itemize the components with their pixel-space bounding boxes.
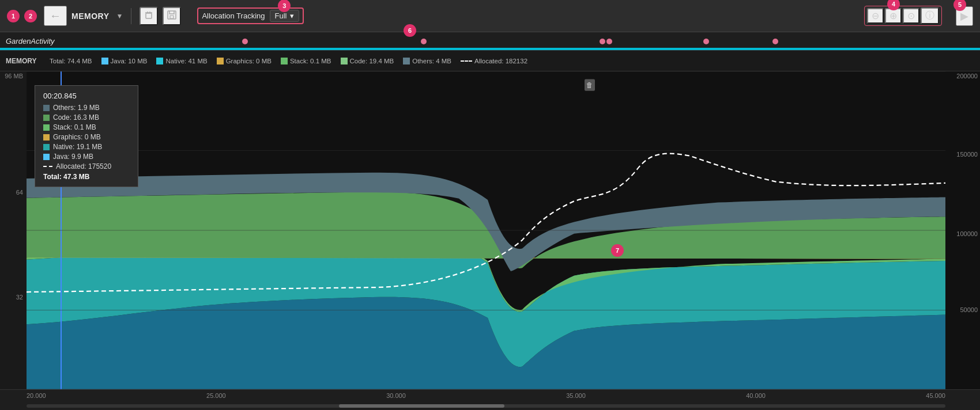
delete-button[interactable]	[140, 7, 158, 25]
java-swatch	[101, 58, 108, 64]
event-dot-3	[703, 39, 709, 44]
right-controls-box: ⊖ ⊕ ⊙ ⓘ	[864, 6, 942, 26]
legend-java: Java: 10 MB	[101, 58, 148, 64]
memory-dropdown-arrow[interactable]: ▼	[116, 12, 123, 20]
legend-stack: Stack: 0.1 MB	[281, 58, 331, 64]
legend-code-label: Code: 19.4 MB	[350, 58, 394, 64]
allocation-tracking-label: Allocation Tracking	[202, 12, 265, 20]
callout-7: 7	[611, 244, 624, 257]
tooltip-total: Total: 47.3 MB	[43, 173, 130, 181]
info-button[interactable]: ⓘ	[921, 7, 939, 24]
tooltip-allocated-dash	[43, 166, 52, 167]
tooltip-code-label: Code: 16.3 MB	[53, 113, 99, 122]
legend-java-label: Java: 10 MB	[111, 58, 148, 64]
others-swatch	[403, 58, 410, 64]
y-label-64: 64	[16, 189, 23, 196]
y-right-100k: 100000	[956, 230, 978, 237]
tooltip-java: Java: 9.9 MB	[43, 153, 130, 161]
tooltip-allocated: Allocated: 175520	[43, 162, 130, 170]
svg-rect-4	[168, 11, 176, 19]
tooltip-native: Native: 19.1 MB	[43, 143, 130, 151]
tooltip-graphics-label: Graphics: 0 MB	[53, 133, 101, 141]
activity-timeline-bar	[0, 48, 980, 50]
timeline-label-35: 35.000	[566, 392, 586, 399]
legend-graphics-label: Graphics: 0 MB	[226, 58, 272, 64]
legend-graphics: Graphics: 0 MB	[217, 58, 272, 64]
tooltip-native-swatch	[43, 144, 50, 150]
record-button[interactable]: ⊙	[903, 8, 919, 24]
separator	[131, 8, 131, 24]
y-label-32: 32	[16, 294, 23, 301]
stack-swatch	[281, 58, 288, 64]
svg-rect-5	[170, 16, 174, 18]
timeline-label-45: 45.000	[926, 392, 945, 399]
scrollbar-track	[27, 404, 945, 408]
scrollbar-thumb[interactable]	[339, 404, 504, 408]
toolbar: 1 2 ← MEMORY ▼ 3 Allocation Tracking Ful…	[0, 0, 980, 32]
legend-code: Code: 19.4 MB	[341, 58, 394, 64]
toolbar-title: MEMORY	[71, 12, 109, 21]
tooltip: 00:20.845 Others: 1.9 MB Code: 16.3 MB S…	[35, 85, 138, 187]
y-axis: 96 MB 64 32	[0, 71, 27, 389]
svg-text:🗑: 🗑	[586, 81, 593, 89]
save-icon	[167, 10, 176, 20]
tooltip-stack-label: Stack: 0.1 MB	[53, 123, 96, 131]
tooltip-java-swatch	[43, 154, 50, 160]
chart-area: 96 MB 64 32 200000 150000 100000 50000 🗑	[0, 71, 980, 389]
y-right-150k: 150000	[956, 151, 978, 158]
memory-label: MEMORY	[6, 57, 40, 65]
tooltip-code-swatch	[43, 115, 50, 121]
timeline-label-40: 40.000	[746, 392, 766, 399]
timeline-label-20: 20.000	[27, 392, 46, 399]
callout-2: 2	[24, 10, 37, 22]
callout-5: 5	[953, 0, 966, 11]
legend-total: Total: 74.4 MB	[50, 58, 92, 64]
full-dropdown-label: Full	[275, 12, 287, 20]
code-swatch	[341, 58, 348, 64]
timeline-label-25: 25.000	[206, 392, 226, 399]
callout-1: 1	[7, 10, 20, 22]
y-label-96: 96 MB	[5, 73, 23, 79]
event-dot-1	[242, 39, 248, 44]
legend-others-label: Others: 4 MB	[412, 58, 451, 64]
tooltip-native-label: Native: 19.1 MB	[53, 143, 102, 151]
tooltip-stack-swatch	[43, 124, 50, 131]
tooltip-code: Code: 16.3 MB	[43, 113, 130, 122]
tooltip-others-label: Others: 1.9 MB	[53, 104, 100, 112]
zoom-out-button[interactable]: ⊖	[867, 8, 884, 24]
legend-total-label: Total: 74.4 MB	[50, 58, 92, 64]
tooltip-allocated-label: Allocated: 175520	[56, 162, 111, 170]
event-dot-4	[772, 39, 778, 44]
legend-stack-label: Stack: 0.1 MB	[290, 58, 331, 64]
y-right-50k: 50000	[960, 306, 978, 313]
legend-row: MEMORY Total: 74.4 MB Java: 10 MB Native…	[0, 51, 980, 71]
graphics-swatch	[217, 58, 224, 64]
activity-label: GardenActivity	[6, 37, 55, 45]
event-dot-2	[421, 39, 427, 44]
tooltip-time: 00:20.845	[43, 92, 130, 100]
delete-icon	[144, 10, 153, 20]
tooltip-graphics: Graphics: 0 MB	[43, 133, 130, 141]
tooltip-stack: Stack: 0.1 MB	[43, 123, 130, 131]
timeline-label-30: 30.000	[386, 392, 406, 399]
save-button[interactable]	[163, 7, 181, 25]
legend-allocated-label: Allocated: 182132	[474, 58, 527, 64]
tooltip-others: Others: 1.9 MB	[43, 104, 130, 112]
y-axis-right: 200000 150000 100000 50000	[945, 71, 980, 389]
timeline-labels: 20.000 25.000 30.000 35.000 40.000 45.00…	[27, 392, 945, 399]
dropdown-caret-icon: ▾	[290, 12, 294, 20]
y-right-200k: 200000	[956, 73, 978, 79]
callout-6: 6	[404, 24, 416, 37]
svg-rect-0	[146, 13, 152, 18]
back-button[interactable]: ←	[44, 6, 67, 26]
zoom-in-button[interactable]: ⊕	[885, 8, 902, 24]
legend-native-label: Native: 41 MB	[165, 58, 207, 64]
tooltip-graphics-swatch	[43, 134, 50, 141]
legend-native: Native: 41 MB	[156, 58, 207, 64]
tooltip-java-label: Java: 9.9 MB	[53, 153, 93, 161]
legend-others: Others: 4 MB	[403, 58, 451, 64]
allocated-dash	[461, 60, 472, 62]
tooltip-others-swatch	[43, 105, 50, 111]
activity-row: 6 GardenActivity	[0, 32, 980, 51]
timeline-row: 20.000 25.000 30.000 35.000 40.000 45.00…	[0, 389, 980, 410]
